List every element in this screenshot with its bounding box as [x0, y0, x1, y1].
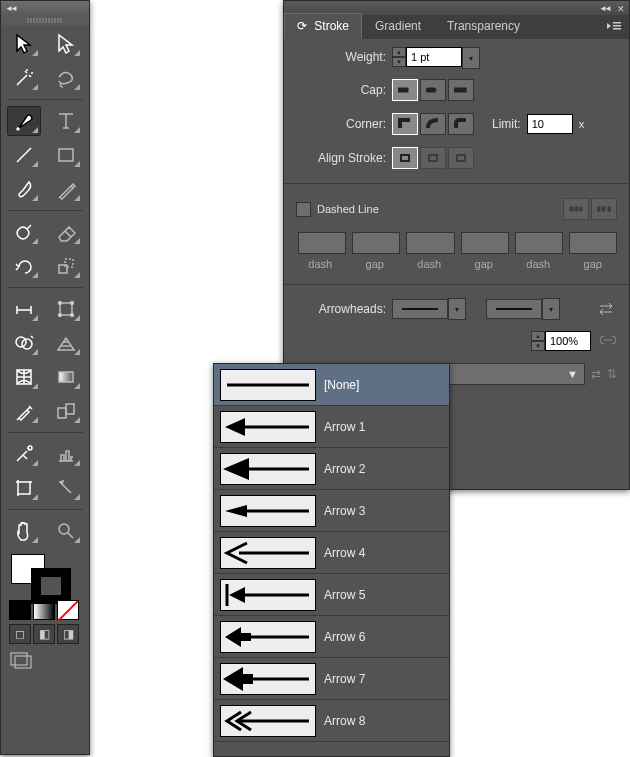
- weight-dropdown[interactable]: [462, 47, 480, 69]
- svg-rect-16: [18, 482, 30, 494]
- corner-round[interactable]: [420, 113, 446, 135]
- dash-1[interactable]: [298, 232, 346, 254]
- dashed-checkbox[interactable]: [296, 202, 311, 217]
- cap-row: Cap:: [296, 79, 617, 101]
- mesh-tool[interactable]: [7, 362, 41, 392]
- arrowhead-thumb: [220, 663, 316, 695]
- swap-arrowheads-icon[interactable]: [595, 302, 617, 316]
- zoom-tool[interactable]: [49, 516, 83, 546]
- arrowhead-option[interactable]: Arrow 3: [214, 490, 449, 532]
- magic-wand-tool[interactable]: [7, 63, 41, 93]
- collapse-icon[interactable]: [599, 4, 609, 12]
- blob-brush-tool[interactable]: [7, 217, 41, 247]
- dash-align[interactable]: [591, 198, 617, 220]
- arrowhead-start[interactable]: [392, 299, 466, 319]
- svg-rect-3: [65, 259, 73, 267]
- scale-input[interactable]: 100%: [545, 331, 591, 351]
- arrowhead-thumb: [220, 453, 316, 485]
- draw-inside[interactable]: ◨: [57, 624, 79, 644]
- dash-preserve[interactable]: [563, 198, 589, 220]
- width-tool[interactable]: [7, 294, 41, 324]
- link-scale-icon[interactable]: [599, 333, 617, 349]
- dash-3[interactable]: [515, 232, 563, 254]
- paintbrush-tool[interactable]: [7, 174, 41, 204]
- corner-row: Corner: Limit: 10 x: [296, 113, 617, 135]
- svg-marker-38: [225, 418, 245, 436]
- gap-3[interactable]: [569, 232, 617, 254]
- weight-stepper[interactable]: ▲▼ 1 pt: [392, 47, 480, 67]
- eyedropper-tool[interactable]: [7, 396, 41, 426]
- arrowhead-option[interactable]: Arrow 6: [214, 616, 449, 658]
- line-tool[interactable]: [7, 140, 41, 170]
- arrowhead-option[interactable]: Arrow 5: [214, 574, 449, 616]
- cap-projecting[interactable]: [448, 79, 474, 101]
- arrowhead-option[interactable]: Arrow 1: [214, 406, 449, 448]
- lasso-tool[interactable]: [49, 63, 83, 93]
- slice-tool[interactable]: [49, 473, 83, 503]
- svg-rect-12: [59, 372, 73, 382]
- dash-2[interactable]: [406, 232, 454, 254]
- tab-transparency[interactable]: Transparency: [434, 13, 533, 39]
- free-transform-tool[interactable]: [49, 294, 83, 324]
- blend-tool[interactable]: [49, 396, 83, 426]
- arrowhead-option[interactable]: Arrow 2: [214, 448, 449, 490]
- arrowhead-end[interactable]: [486, 299, 560, 319]
- cycle-icon: ⟳: [297, 19, 311, 33]
- perspective-grid-tool[interactable]: [49, 328, 83, 358]
- scale-tool[interactable]: [49, 251, 83, 281]
- gap-2[interactable]: [461, 232, 509, 254]
- artboard-tool[interactable]: [7, 473, 41, 503]
- hand-tool[interactable]: [7, 516, 41, 546]
- align-inside[interactable]: [420, 147, 446, 169]
- align-outside[interactable]: [448, 147, 474, 169]
- screen-mode[interactable]: [1, 644, 89, 678]
- corner-bevel[interactable]: [448, 113, 474, 135]
- pen-tool[interactable]: [7, 106, 41, 136]
- color-solid[interactable]: [9, 600, 31, 620]
- svg-rect-35: [608, 207, 611, 211]
- rectangle-tool[interactable]: [49, 140, 83, 170]
- cap-butt[interactable]: [392, 79, 418, 101]
- svg-rect-32: [580, 207, 582, 211]
- direct-selection-tool[interactable]: [49, 29, 83, 59]
- weight-label: Weight:: [296, 50, 386, 64]
- selection-tool[interactable]: [7, 29, 41, 59]
- cap-round[interactable]: [420, 79, 446, 101]
- rotate-tool[interactable]: [7, 251, 41, 281]
- stroke-swatch[interactable]: [31, 568, 71, 604]
- tab-gradient[interactable]: Gradient: [362, 13, 434, 39]
- arrowheads-list[interactable]: [None]Arrow 1Arrow 2Arrow 3Arrow 4Arrow …: [214, 364, 449, 742]
- color-none[interactable]: [57, 600, 79, 620]
- arrowhead-option[interactable]: [None]: [214, 364, 449, 406]
- tools-panel-header[interactable]: [1, 1, 89, 15]
- tab-stroke[interactable]: ⟳ Stroke: [284, 13, 362, 39]
- arrowhead-option[interactable]: Arrow 8: [214, 700, 449, 742]
- shape-builder-tool[interactable]: [7, 328, 41, 358]
- gap-1[interactable]: [352, 232, 400, 254]
- column-graph-tool[interactable]: [49, 439, 83, 469]
- dash-labels: dash gap dash gap dash gap: [296, 258, 617, 270]
- align-center[interactable]: [392, 147, 418, 169]
- symbol-sprayer-tool[interactable]: [7, 439, 41, 469]
- eraser-tool[interactable]: [49, 217, 83, 247]
- type-tool[interactable]: [49, 106, 83, 136]
- arrowhead-option[interactable]: Arrow 4: [214, 532, 449, 574]
- panel-menu-icon[interactable]: [599, 15, 629, 39]
- arrowhead-option[interactable]: Arrow 7: [214, 658, 449, 700]
- draw-normal[interactable]: ◻: [9, 624, 31, 644]
- corner-miter[interactable]: [392, 113, 418, 135]
- gradient-tool[interactable]: [49, 362, 83, 392]
- fill-stroke-swatch[interactable]: [9, 554, 81, 598]
- weight-input[interactable]: 1 pt: [406, 47, 462, 67]
- close-icon[interactable]: [617, 2, 625, 14]
- svg-point-0: [17, 128, 19, 130]
- limit-input[interactable]: 10: [527, 114, 573, 134]
- tools-panel-grip[interactable]: [1, 15, 89, 25]
- arrowhead-label: Arrow 6: [324, 630, 365, 644]
- flip-across-icon[interactable]: ⇅: [607, 367, 617, 381]
- pencil-tool[interactable]: [49, 174, 83, 204]
- collapse-icon[interactable]: [5, 4, 15, 12]
- draw-behind[interactable]: ◧: [33, 624, 55, 644]
- scale-stepper[interactable]: ▲▼ 100%: [531, 331, 591, 351]
- flip-along-icon[interactable]: ⇄: [591, 367, 601, 381]
